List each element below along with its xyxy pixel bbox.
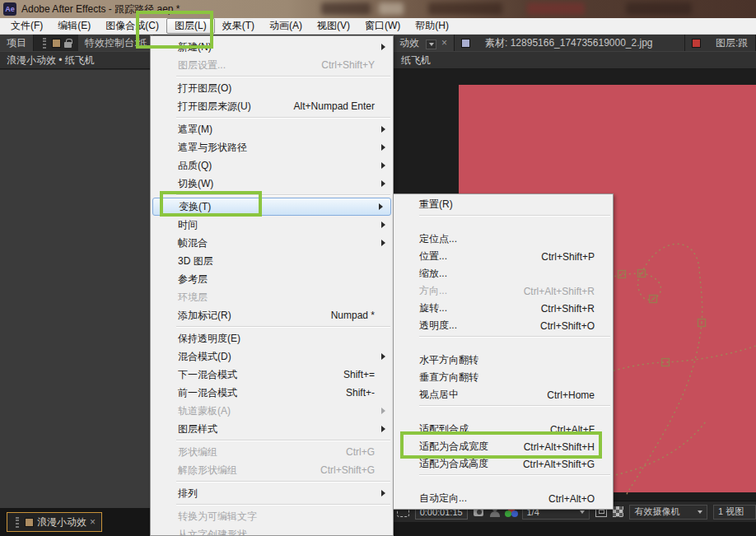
menu-item[interactable]: 重置(R) — [394, 196, 613, 213]
menu-item[interactable] — [394, 213, 613, 231]
layer-menu-dropdown: 新建(N) 图层设置... Ctrl+Shift+Y 打开图层(O) — [150, 35, 394, 536]
view-mode-dropdown[interactable]: 有效摄像机 — [629, 505, 707, 520]
menu-item[interactable]: 添加标记(R) Numpad * — [151, 306, 393, 324]
panel-grip-icon[interactable] — [43, 38, 46, 49]
menu-item[interactable]: 帧混合 — [151, 234, 393, 252]
annotation-box-auto-orient — [400, 431, 602, 459]
menu-item[interactable]: 下一混合模式 Shift+= — [151, 366, 393, 384]
menu-item[interactable]: 打开图层来源(U) Alt+Numpad Enter — [151, 97, 393, 115]
menu-item[interactable]: 旋转... Ctrl+Shift+R — [394, 300, 613, 317]
menu-item[interactable]: 混合模式(D) — [151, 347, 393, 366]
background-window-blur — [527, 2, 585, 15]
submenu-arrow-icon — [381, 240, 385, 246]
menu-item[interactable]: 图层样式 — [151, 420, 393, 438]
menubar-item[interactable]: 动画(A) — [262, 18, 310, 34]
menu-item[interactable] — [394, 473, 613, 490]
close-icon[interactable]: × — [90, 517, 96, 527]
tab-timeline-comp[interactable]: 浪漫小动效 × — [7, 512, 102, 532]
comp-navigator[interactable]: 纸飞机 — [393, 51, 756, 69]
menu-item[interactable]: 缩放... — [394, 265, 613, 282]
menu-item[interactable]: 透明度... Ctrl+Shift+O — [394, 317, 613, 334]
menu-item[interactable]: 位置... Ctrl+Shift+P — [394, 248, 613, 265]
comp-color-label[interactable] — [52, 39, 61, 48]
menu-item[interactable]: 定位点... — [394, 231, 613, 248]
menu-item[interactable] — [394, 403, 613, 421]
chevron-down-icon — [429, 43, 434, 46]
menu-item[interactable] — [394, 334, 613, 352]
tab-composition-partial[interactable]: 动效 × — [393, 35, 455, 51]
menu-item[interactable]: 视点居中 Ctrl+Home — [394, 386, 613, 403]
submenu-arrow-icon — [381, 408, 385, 414]
panel-gadgets — [34, 35, 78, 51]
menu-item[interactable]: 打开图层(O) — [151, 79, 393, 97]
background-window-blur — [626, 2, 692, 15]
menu-item[interactable]: 转换为可编辑文字 — [151, 507, 393, 525]
tab-layer[interactable]: 图层:跟 — [685, 35, 756, 51]
submenu-arrow-icon — [381, 490, 385, 496]
comp-color-label — [25, 518, 34, 527]
annotation-box-transform — [160, 191, 262, 217]
background-window-blur — [321, 2, 371, 15]
transparency-grid-icon[interactable] — [613, 506, 623, 517]
menu-bar: 文件(F) 编辑(E) 图像合成(C) 图层(L) 效果(T) 动画(A) — [0, 18, 756, 35]
menu-item[interactable]: 轨道蒙板(A) — [151, 402, 393, 420]
tab-footage[interactable]: 素材: 12895166_174735619000_2.jpg — [455, 35, 685, 51]
transform-submenu: 重置(R) 定位点... 位置... Ctrl+Shift+P — [393, 193, 614, 510]
menu-item[interactable]: 垂直方向翻转 — [394, 369, 613, 386]
chevron-down-icon — [580, 510, 585, 514]
menubar-item[interactable]: 窗口(W) — [357, 18, 408, 34]
menu-item[interactable]: 保持透明度(E) — [151, 329, 393, 347]
app-window: Ae Adobe After Effects - 跟踪路径.aep * 文件(F… — [0, 0, 756, 536]
menu-item[interactable]: 品质(Q) — [151, 156, 393, 175]
submenu-arrow-icon — [381, 44, 385, 50]
menu-item[interactable]: 时间 — [151, 216, 393, 234]
menu-item[interactable]: 前一混合模式 Shift+- — [151, 384, 393, 402]
menu-item[interactable]: 形状编组 Ctrl+G — [151, 443, 393, 461]
menu-item[interactable]: 图层设置... Ctrl+Shift+Y — [151, 56, 393, 74]
annotation-box-layer-menu — [136, 11, 213, 49]
menu-item[interactable]: 遮罩与形状路径 — [151, 138, 393, 156]
menu-item[interactable]: 切换(W) — [151, 175, 393, 193]
submenu-arrow-icon — [381, 426, 385, 432]
submenu-arrow-icon — [381, 180, 385, 187]
menu-item[interactable]: 方向... Ctrl+Alt+Shift+R — [394, 282, 613, 300]
background-window-blur — [428, 2, 502, 15]
panel-grip-icon — [16, 517, 19, 528]
menu-item[interactable]: 水平方向翻转 — [394, 352, 613, 369]
menu-item[interactable]: 遮罩(M) — [151, 120, 393, 138]
submenu-arrow-icon — [381, 353, 385, 360]
menu-item[interactable]: 3D 图层 — [151, 252, 393, 270]
submenu-arrow-icon — [381, 144, 385, 151]
footage-color-label — [461, 39, 470, 48]
view-layout-dropdown[interactable]: 1 视图 — [713, 505, 756, 520]
menu-item[interactable]: 解除形状编组 Ctrl+Shift+G — [151, 461, 393, 479]
submenu-arrow-icon — [379, 203, 383, 210]
menubar-item[interactable]: 帮助(H) — [408, 18, 456, 34]
menu-item[interactable]: 环境层 — [151, 288, 393, 306]
title-bar[interactable]: Ae Adobe After Effects - 跟踪路径.aep * — [0, 0, 756, 18]
menubar-item[interactable]: 编辑(E) — [50, 18, 98, 34]
close-icon[interactable]: × — [441, 38, 447, 48]
menubar-item[interactable]: 文件(F) — [3, 18, 50, 34]
menu-item[interactable]: 从文字创建形状 — [151, 525, 393, 536]
panel-menu-dropdown[interactable] — [426, 40, 436, 49]
panel-bottom-strip — [393, 522, 756, 536]
menu-item[interactable]: 排列 — [151, 484, 393, 502]
submenu-arrow-icon — [381, 221, 385, 228]
viewer-tabrow: 动效 × 素材: 12895166_174735619000_2.jpg 图层:… — [393, 35, 756, 51]
keyframe-handle-mark — [620, 273, 624, 277]
menu-item[interactable]: 自动定向... Ctrl+Alt+O — [394, 490, 613, 507]
chevron-down-icon — [698, 510, 702, 514]
submenu-arrow-icon — [381, 162, 385, 169]
menubar-item[interactable]: 效果(T) — [215, 18, 262, 34]
menubar-item[interactable]: 视图(V) — [310, 18, 357, 34]
keyframe-handle-mark — [651, 297, 656, 301]
background-window-blur — [379, 2, 404, 15]
tab-project[interactable]: 项目 — [0, 35, 34, 51]
menu-item[interactable]: 参考层 — [151, 270, 393, 288]
submenu-arrow-icon — [381, 126, 385, 133]
layer-color-label — [692, 39, 701, 48]
after-effects-app-icon: Ae — [3, 2, 16, 16]
lock-icon[interactable] — [64, 42, 72, 48]
